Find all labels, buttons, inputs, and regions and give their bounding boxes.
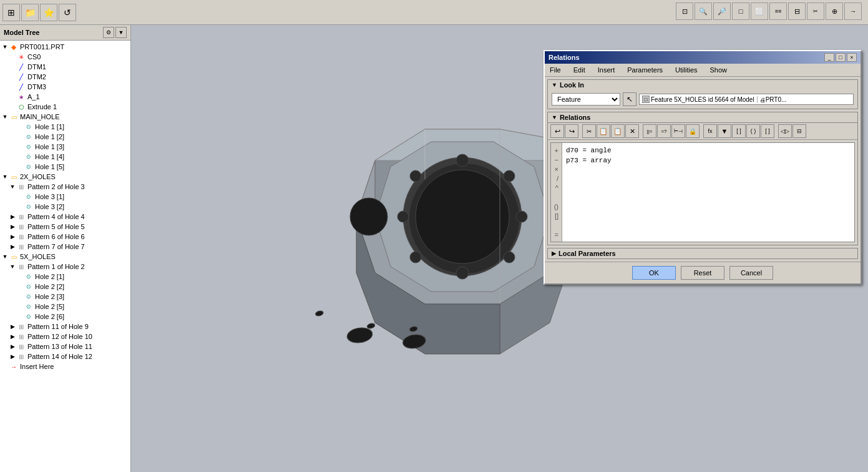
tree-item-pat12[interactable]: ▶ ⊞ Pattern 12 of Hole 10 [0,332,130,342]
local-params-expand[interactable]: ▶ [552,250,556,257]
evaluate-btn[interactable]: =? [657,124,671,138]
comment-btn[interactable]: ◁▷ [778,124,792,138]
expand-pat13[interactable]: ▶ [9,343,16,350]
tree-item-hole3-1[interactable]: ⊙ Hole 3 [1] [0,192,130,202]
view-box-btn[interactable]: □ [732,2,749,20]
format-btn[interactable]: ⊟ [792,124,806,138]
tree-item-hole1-5[interactable]: ⊙ Hole 1 [5] [0,162,130,172]
tree-item-insert-here[interactable]: → Insert Here [0,361,130,371]
paren-btn[interactable]: ( ) [746,124,760,138]
tree-item-extrude1[interactable]: ⬡ Extrude 1 [0,102,130,112]
reset-button[interactable]: Reset [681,266,724,280]
toolbar-btn-grid[interactable]: ⊞ [2,4,20,21]
tree-item-pat1-hole2[interactable]: ▼ ⊞ Pattern 1 of Hole 2 [0,262,130,272]
switch-btn[interactable]: ⊢⊣ [671,124,685,138]
tree-item-pat14[interactable]: ▶ ⊞ Pattern 14 of Hole 12 [0,352,130,361]
toolbar-btn-undo[interactable]: ↺ [59,4,76,21]
cancel-button[interactable]: Cancel [729,266,773,280]
view-btn2[interactable]: ⬜ [751,2,768,20]
tree-item-hole2-5[interactable]: ⊙ Hole 2 [5] [0,302,130,312]
tree-settings-btn[interactable]: ⚙ [103,27,114,38]
cut-btn[interactable]: ✂ [807,2,824,20]
lookin-select[interactable]: Feature [552,93,620,106]
local-params-title[interactable]: ▶ Local Parameters [548,248,857,258]
menu-insert[interactable]: Insert [595,65,618,75]
menu-file[interactable]: File [547,65,563,75]
lookin-expand[interactable]: ▼ [552,82,557,88]
menu-utilities[interactable]: Utilities [673,65,700,75]
tree-item-hole2-6[interactable]: ⊙ Hole 2 [6] [0,312,130,322]
expand-pat11[interactable]: ▶ [9,323,16,330]
tree-item-dtm2[interactable]: ╱ DTM2 [0,72,130,82]
tree-item-pat5-hole5[interactable]: ▶ ⊞ Pattern 5 of Hole 5 [0,222,130,232]
curly-btn[interactable]: [ ] [761,124,774,138]
relations-expand[interactable]: ▼ [552,114,557,120]
tree-item-pat6-hole6[interactable]: ▶ ⊞ Pattern 6 of Hole 6 [0,232,130,242]
expand-pat5[interactable]: ▶ [9,223,16,230]
tree-item-main-hole[interactable]: ▼ ▭ MAIN_HOLE [0,112,130,122]
window-btn[interactable]: ⊟ [788,2,806,20]
toolbar-btn-open[interactable]: 📁 [21,4,39,21]
tree-item-hole2-3[interactable]: ⊙ Hole 2 [3] [0,292,130,302]
expand-pat6[interactable]: ▶ [9,233,16,240]
tree-item-2x-holes[interactable]: ▼ ▭ 2X_HOLES [0,172,130,182]
expand-main-hole[interactable]: ▼ [1,113,9,120]
tree-item-pat4-hole4[interactable]: ▶ ⊞ Pattern 4 of Hole 4 [0,212,130,222]
tree-item-hole1-2[interactable]: ⊙ Hole 1 [2] [0,132,130,142]
label-btn[interactable]: ≡≡ [769,2,787,20]
tree-item-hole2-1[interactable]: ⊙ Hole 2 [1] [0,272,130,282]
toolbar-btn-star[interactable]: ⭐ [40,4,57,21]
tree-menu-btn[interactable]: ▼ [115,27,127,38]
tree-item-hole3-2[interactable]: ⊙ Hole 3 [2] [0,202,130,212]
expand-pat14[interactable]: ▶ [9,353,16,360]
dialog-maximize-btn[interactable]: □ [836,53,846,62]
undo-btn[interactable]: ↩ [550,124,564,138]
lock-btn[interactable]: 🔒 [686,124,700,138]
cut-btn2[interactable]: ✂ [582,124,596,138]
lookin-cursor-btn[interactable]: ↖ [623,92,636,106]
tree-item-pat2-hole3[interactable]: ▼ ⊞ Pattern 2 of Hole 3 [0,182,130,192]
tree-item-prt[interactable]: ▼ ◆ PRT0011.PRT [0,42,130,52]
arrow-btn[interactable]: → [844,2,862,20]
tree-item-pat7-hole7[interactable]: ▶ ⊞ Pattern 7 of Hole 7 [0,242,130,252]
copy-btn[interactable]: 📋 [597,124,610,138]
zoom-fit-btn[interactable]: ⊡ [676,2,693,20]
delete-btn[interactable]: ✕ [625,124,639,138]
function-btn[interactable]: fx [703,124,717,138]
dialog-close-btn[interactable]: × [847,53,857,62]
tree-content[interactable]: ▼ ◆ PRT0011.PRT ✳ CS0 ╱ DTM1 ╱ DTM2 [0,41,130,472]
redo-btn[interactable]: ↪ [565,124,578,138]
tree-item-a1[interactable]: ∗ A_1 [0,92,130,102]
tree-item-dtm1[interactable]: ╱ DTM1 [0,62,130,72]
tree-item-hole1-4[interactable]: ⊙ Hole 1 [4] [0,152,130,162]
editor-content[interactable]: d70 = angle p73 = array [562,143,854,242]
bracket-btn[interactable]: [ ] [732,124,746,138]
paste-btn[interactable]: 📋 [611,124,625,138]
tree-item-hole1-3[interactable]: ⊙ Hole 1 [3] [0,142,130,152]
tree-item-pat11[interactable]: ▶ ⊞ Pattern 11 of Hole 9 [0,322,130,332]
plane-btn[interactable]: ⊕ [826,2,843,20]
verify-btn[interactable]: ||= [643,124,656,138]
menu-parameters[interactable]: Parameters [625,65,665,75]
expand-5x-holes[interactable]: ▼ [1,253,9,260]
expand-pat2-hole3[interactable]: ▼ [9,183,16,190]
menu-edit[interactable]: Edit [571,65,588,75]
zoom-out-btn[interactable]: 🔎 [713,2,731,20]
dialog-minimize-btn[interactable]: _ [824,53,834,62]
expand-pat7[interactable]: ▶ [9,243,16,250]
expand-2x-holes[interactable]: ▼ [1,173,9,180]
relations-editor[interactable]: + − × / ^ () [] = d70 = angle [550,142,855,242]
tree-item-5x-holes[interactable]: ▼ ▭ 5X_HOLES [0,252,130,262]
viewport[interactable]: Relations _ □ × File Edit Insert Paramet… [131,25,868,472]
arrow-btn2[interactable]: ▼ [718,124,731,138]
tree-item-cs0[interactable]: ✳ CS0 [0,52,130,62]
tree-item-hole2-2[interactable]: ⊙ Hole 2 [2] [0,282,130,292]
expand-pat12[interactable]: ▶ [9,333,16,340]
menu-show[interactable]: Show [708,65,730,75]
zoom-in-btn[interactable]: 🔍 [695,2,712,20]
tree-item-dtm3[interactable]: ╱ DTM3 [0,82,130,92]
expand-pat1-hole2[interactable]: ▼ [9,263,16,270]
tree-item-hole1-1[interactable]: ⊙ Hole 1 [1] [0,122,130,132]
expand-prt[interactable]: ▼ [1,43,9,51]
ok-button[interactable]: OK [632,266,676,280]
